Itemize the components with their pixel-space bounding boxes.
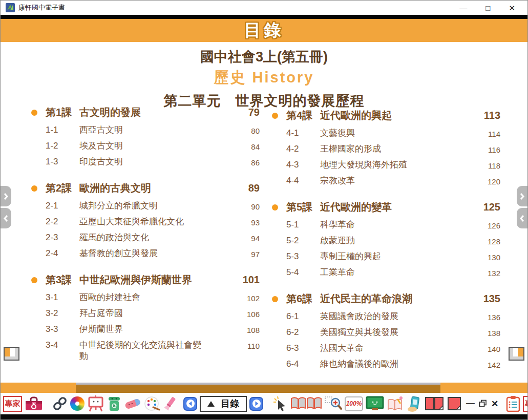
bottom-divider <box>1 414 527 420</box>
zoom-magnifier-icon[interactable] <box>325 396 342 411</box>
right-side-nav <box>517 186 527 228</box>
section-title: 文藝復興 <box>320 128 442 139</box>
pinwheel-icon[interactable] <box>70 396 85 411</box>
lesson-title: 近代民主的革命浪潮 <box>320 292 474 306</box>
section-row-6-2[interactable]: 6-2 美國獨立與其後發展 138 <box>272 327 500 339</box>
section-num: 1-3 <box>46 156 79 167</box>
next-page-button[interactable] <box>249 397 263 411</box>
section-title: 西亞古文明 <box>79 124 201 136</box>
lesson-page: 89 <box>233 181 260 195</box>
prev-arrow-icon <box>185 398 196 409</box>
prev-page-button[interactable] <box>183 397 197 411</box>
section-page: 90 <box>233 200 260 213</box>
section-row-3-2[interactable]: 3-2 拜占庭帝國 106 <box>31 308 260 320</box>
app-minimize-button[interactable]: — <box>464 398 476 409</box>
section-page: 114 <box>474 128 500 140</box>
left-nav-back-button[interactable] <box>1 208 11 228</box>
section-page: 94 <box>233 232 260 244</box>
lesson-label: 第5課 <box>286 200 320 214</box>
link-icon[interactable] <box>52 396 68 411</box>
expert-mode-button[interactable]: 專家 <box>3 396 22 412</box>
section-title: 亞歷山大東征與希臘化文化 <box>79 216 201 227</box>
two-page-view-icon[interactable] <box>425 396 444 411</box>
section-row-5-1[interactable]: 5-1 科學革命 126 <box>272 219 500 232</box>
section-row-4-3[interactable]: 4-3 地理大發現與海外拓殖 118 <box>272 159 500 172</box>
window-maximize-button[interactable]: □ <box>485 4 490 12</box>
section-row-2-4[interactable]: 2-4 基督教的創立與發展 97 <box>31 248 260 260</box>
window-close-button[interactable]: ✕ <box>509 4 515 12</box>
section-num: 6-1 <box>286 311 320 322</box>
cursor-select-icon[interactable] <box>272 395 288 412</box>
section-row-4-1[interactable]: 4-1 文藝復興 114 <box>272 128 500 140</box>
marker-icon[interactable] <box>163 396 177 411</box>
window-minimize-button[interactable]: — <box>459 4 467 12</box>
chalkboard-icon[interactable] <box>366 396 384 411</box>
page-corner-left-button[interactable] <box>4 347 19 361</box>
section-row-6-3[interactable]: 6-3 法國大革命 140 <box>272 343 500 355</box>
app-restore-button[interactable] <box>479 400 487 408</box>
horizontal-scrollbar[interactable] <box>76 383 440 393</box>
lesson-3-header[interactable]: 第3課 中世紀歐洲與伊斯蘭世界 101 <box>31 273 260 287</box>
section-num: 3-4 <box>46 340 79 351</box>
section-row-5-2[interactable]: 5-2 啟蒙運動 128 <box>272 235 500 247</box>
section-row-1-1[interactable]: 1-1 西亞古文明 80 <box>31 124 260 137</box>
lesson-4-header[interactable]: 第4課 近代歐洲的興起 113 <box>272 109 500 122</box>
section-title: 維也納會議後的歐洲 <box>320 359 442 370</box>
section-row-3-4[interactable]: 3-4 中世紀後期的文化交流與社會變動 110 <box>31 340 260 362</box>
one-page-view-icon[interactable] <box>447 396 462 411</box>
section-row-6-1[interactable]: 6-1 英國議會政治的發展 136 <box>272 311 500 323</box>
clipboard-list-icon[interactable] <box>506 395 520 412</box>
palette-icon[interactable] <box>144 396 160 411</box>
page-selector[interactable]: 目錄 <box>200 396 247 412</box>
section-row-4-4[interactable]: 4-4 宗教改革 120 <box>272 175 500 187</box>
open-book-spread-icon[interactable] <box>290 395 322 412</box>
right-nav-forward-button[interactable] <box>517 186 527 206</box>
chevron-right-icon <box>519 193 525 200</box>
notebook-pencil-icon[interactable] <box>387 396 404 411</box>
toc-right-column: 第4課 近代歐洲的興起 113 4-1 文藝復興 114 4-2 王權國家的形成… <box>272 109 500 384</box>
section-row-1-2[interactable]: 1-2 埃及古文明 84 <box>31 140 260 153</box>
expert-mode-button-right[interactable]: 專家 <box>523 396 528 412</box>
toc-lesson-2: 第2課 歐洲的古典文明 89 2-1 城邦分立的希臘文明 90 2-2 亞歷山大… <box>31 181 260 260</box>
zoom-level-button[interactable]: 100% <box>345 396 363 411</box>
lesson-title: 古文明的發展 <box>79 106 233 119</box>
left-nav-forward-button[interactable] <box>1 186 11 206</box>
lesson-label: 第1課 <box>46 106 79 119</box>
app-close-button[interactable]: ✕ <box>490 398 500 409</box>
section-row-2-1[interactable]: 2-1 城邦分立的希臘文明 90 <box>31 200 260 213</box>
section-page: 86 <box>233 156 260 169</box>
lesson-page: 79 <box>233 106 260 119</box>
section-row-3-1[interactable]: 3-1 西歐的封建社會 102 <box>31 292 260 304</box>
section-title: 拜占庭帝國 <box>79 308 201 319</box>
lesson-5-header[interactable]: 第5課 近代歐洲的變革 125 <box>272 200 500 214</box>
app-logo-icon <box>6 3 15 12</box>
lesson-6-header[interactable]: 第6課 近代民主的革命浪潮 135 <box>272 292 500 306</box>
section-page: 120 <box>474 175 500 187</box>
lesson-1-header[interactable]: 第1課 古文明的發展 79 <box>31 106 260 119</box>
toolbox-icon[interactable] <box>25 396 43 411</box>
lesson-label: 第6課 <box>286 292 320 306</box>
section-title: 王權國家的形成 <box>320 143 442 155</box>
eraser-icon[interactable] <box>124 397 141 410</box>
trash-icon[interactable] <box>107 395 121 412</box>
section-row-5-4[interactable]: 5-4 工業革命 132 <box>272 267 500 279</box>
section-page: 126 <box>474 219 500 232</box>
section-row-6-4[interactable]: 6-4 維也納會議後的歐洲 142 <box>272 359 500 371</box>
easel-icon[interactable] <box>87 395 104 412</box>
section-row-2-3[interactable]: 2-3 羅馬的政治與文化 94 <box>31 232 260 244</box>
right-nav-back-button[interactable] <box>517 208 527 228</box>
section-row-2-2[interactable]: 2-2 亞歷山大東征與希臘化文化 93 <box>31 216 260 228</box>
corner-gray-block <box>15 348 18 356</box>
bullet-icon <box>272 296 278 302</box>
section-row-3-3[interactable]: 3-3 伊斯蘭世界 108 <box>31 324 260 336</box>
page-corner-right-button[interactable] <box>509 347 524 361</box>
lesson-2-header[interactable]: 第2課 歐洲的古典文明 89 <box>31 181 260 195</box>
section-row-1-3[interactable]: 1-3 印度古文明 86 <box>31 156 260 169</box>
section-num: 6-3 <box>286 343 320 354</box>
phone-hand-icon[interactable] <box>407 395 422 412</box>
section-num: 2-4 <box>46 248 79 259</box>
section-row-4-2[interactable]: 4-2 王權國家的形成 116 <box>272 143 500 156</box>
section-row-5-3[interactable]: 5-3 專制王權的興起 130 <box>272 251 500 263</box>
section-page: 140 <box>474 343 500 355</box>
section-page: 142 <box>474 359 500 371</box>
